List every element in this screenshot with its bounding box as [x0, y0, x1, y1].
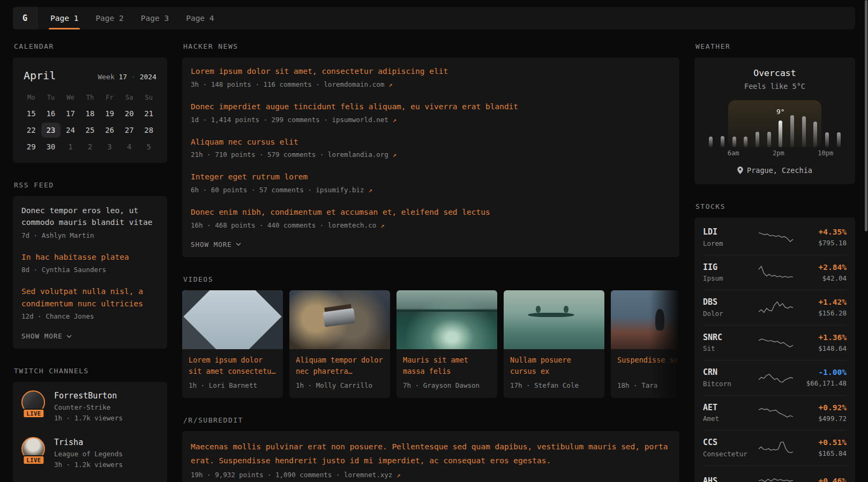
weather-bar — [767, 132, 771, 147]
live-badge: LIVE — [23, 455, 44, 465]
right-column: WEATHER Overcast Feels like 5°C 9° 6am2p… — [694, 42, 855, 482]
video-thumbnail[interactable] — [182, 290, 283, 349]
location-pin-icon — [737, 167, 743, 174]
center-column: HACKER NEWS Lorem ipsum dolor sit amet, … — [182, 42, 679, 482]
hackernews-item-title[interactable]: Donec enim nibh, condimentum et accumsan… — [191, 207, 671, 219]
weather-time-label: 10pm — [818, 149, 833, 157]
twitch-card: LIVEForrestBurtonCounter-Strike1h · 1.7k… — [13, 382, 167, 482]
rss-item-title[interactable]: In hac habitasse platea — [21, 251, 159, 263]
twitch-channel-row[interactable]: LIVEForrestBurtonCounter-Strike1h · 1.7k… — [21, 390, 159, 424]
scrollbar-thumb[interactable] — [865, 0, 867, 231]
subreddit-widget: /R/SUBREDDIT Maecenas mollis pulvinar er… — [182, 416, 679, 482]
stock-sparkline-wrap — [757, 369, 795, 386]
hackernews-widget: HACKER NEWS Lorem ipsum dolor sit amet, … — [182, 42, 679, 257]
calendar-week-number: 17 — [119, 73, 128, 81]
stocks-widget: STOCKS LDILorem+4.35%$795.18IIGIpsum+2.8… — [694, 202, 855, 482]
video-title[interactable]: Lorem ipsum dolor sit amet consectetu… — [189, 355, 276, 377]
stock-row-ccs[interactable]: CCSConsectetur+0.51%$165.84 — [703, 430, 847, 465]
video-card-body: Suspendisse sed diam18h · Tara — [611, 349, 679, 398]
stock-sparkline — [758, 299, 794, 316]
hackernews-item-title[interactable]: Aliquam nec cursus elit — [191, 137, 671, 148]
rss-show-more-button[interactable]: SHOW MORE — [21, 332, 72, 340]
external-link-icon[interactable]: ↗ — [392, 116, 396, 124]
video-card-body: Aliquam tempor dolor nec pharetra…1h · M… — [289, 349, 390, 398]
stock-symbol: LDI — [703, 227, 757, 238]
calendar-weekday: Th — [80, 91, 100, 104]
video-title[interactable]: Nullam posuere cursus ex — [510, 355, 598, 377]
weather-bar-cell — [833, 132, 844, 147]
rss-feed-item: In hac habitasse platea8d · Cynthia Saun… — [21, 251, 159, 275]
video-title[interactable]: Suspendisse sed diam — [617, 355, 679, 377]
hackernews-item-title[interactable]: Integer eget rutrum lorem — [191, 171, 671, 183]
twitch-channel-name[interactable]: ForrestBurton — [54, 390, 123, 402]
stock-name: Bitcorn — [703, 380, 757, 388]
video-card[interactable]: Nullam posuere cursus ex17h · Stefan Col… — [504, 290, 604, 398]
video-title[interactable]: Mauris sit amet massa felis — [403, 355, 491, 377]
video-card[interactable]: Mauris sit amet massa felis7h · Grayson … — [396, 290, 497, 398]
stock-row-crn[interactable]: CRNBitcorn-1.00%$66,171.48 — [703, 360, 847, 395]
app-logo[interactable]: G — [13, 7, 38, 29]
nav-tab-page-3[interactable]: Page 3 — [141, 7, 169, 29]
stock-sparkline-wrap — [757, 229, 795, 246]
stock-row-aet[interactable]: AETAmet+0.92%$499.72 — [703, 395, 847, 431]
calendar-day-26: 26 — [100, 123, 119, 138]
subreddit-post-title[interactable]: Maecenas mollis pulvinar erat non posuer… — [191, 440, 671, 468]
twitch-section-title: TWITCH CHANNELS — [14, 367, 167, 375]
video-thumbnail[interactable] — [504, 290, 604, 349]
weather-bar-cell — [717, 136, 729, 147]
weather-feels-like: Feels like 5°C — [703, 82, 847, 91]
nav-tab-page-2[interactable]: Page 2 — [95, 7, 123, 29]
calendar-day-5: 5 — [139, 139, 159, 154]
twitch-channel-row[interactable]: LIVETrishaLeague of Legends3h · 1.2k vie… — [21, 437, 159, 470]
video-meta: 18h · Tara — [617, 380, 679, 391]
nav-tab-page-4[interactable]: Page 4 — [186, 7, 214, 29]
calendar-day-21: 21 — [139, 106, 159, 121]
nav-tab-page-1[interactable]: Page 1 — [50, 7, 78, 29]
stock-id: SNRCSit — [703, 333, 757, 353]
external-link-icon[interactable]: ↗ — [380, 221, 385, 229]
top-navbar: G Page 1Page 2Page 3Page 4 — [13, 7, 855, 29]
video-card[interactable]: Aliquam tempor dolor nec pharetra…1h · M… — [289, 290, 390, 398]
stock-row-ahs[interactable]: AHS+0.46% — [703, 465, 847, 482]
video-thumbnail[interactable] — [396, 290, 497, 349]
stock-symbol: CRN — [703, 367, 757, 378]
stock-name: Consectetur — [703, 450, 757, 458]
hackernews-item: Donec imperdiet augue tincidunt felis al… — [191, 101, 671, 125]
external-link-icon[interactable]: ↗ — [392, 150, 396, 159]
hackernews-item: Integer eget rutrum lorem6h · 60 points … — [191, 171, 671, 195]
hackernews-item-title[interactable]: Donec imperdiet augue tincidunt felis al… — [191, 101, 671, 113]
rss-item-title[interactable]: Sed volutpat nulla nisl, a condimentum n… — [21, 285, 159, 310]
stock-row-dbs[interactable]: DBSDolor+1.42%$156.28 — [703, 290, 847, 325]
video-card[interactable]: Lorem ipsum dolor sit amet consectetu…1h… — [182, 290, 283, 398]
twitch-channel-name[interactable]: Trisha — [54, 437, 123, 449]
calendar-day-19: 19 — [100, 106, 119, 121]
hackernews-show-more-button[interactable]: SHOW MORE — [191, 240, 241, 248]
hackernews-show-more-label: SHOW MORE — [191, 240, 232, 248]
external-link-icon[interactable]: ↗ — [388, 80, 393, 88]
stock-change: -1.00% — [795, 367, 847, 378]
stock-sparkline — [758, 473, 794, 482]
external-link-icon[interactable]: ↗ — [396, 471, 401, 479]
stock-sparkline — [758, 334, 794, 351]
stock-row-ldi[interactable]: LDILorem+4.35%$795.18 — [703, 220, 847, 255]
stock-row-iig[interactable]: IIGIpsum+2.84%$42.04 — [703, 255, 847, 290]
video-thumbnail[interactable] — [611, 290, 679, 349]
stock-name: Dolor — [703, 310, 757, 318]
rss-item-title[interactable]: Donec tempor eros leo, ut commodo mauris… — [21, 205, 159, 229]
stock-id: CRNBitcorn — [703, 367, 757, 388]
external-link-icon[interactable]: ↗ — [368, 186, 372, 194]
stock-row-snrc[interactable]: SNRCSit+1.36%$148.64 — [703, 325, 847, 360]
hackernews-item-title[interactable]: Lorem ipsum dolor sit amet, consectetur … — [191, 66, 671, 78]
chevron-down-icon — [66, 335, 72, 338]
subreddit-post: Maecenas mollis pulvinar erat non posuer… — [191, 440, 671, 480]
subreddit-card: Maecenas mollis pulvinar erat non posuer… — [182, 431, 679, 482]
stock-price: $156.28 — [795, 309, 847, 317]
videos-row: Lorem ipsum dolor sit amet consectetu…1h… — [182, 290, 679, 398]
hackernews-item-meta: 21h · 710 points · 579 comments · loreml… — [191, 149, 671, 160]
video-card[interactable]: Suspendisse sed diam18h · Tara — [611, 290, 679, 398]
rss-item-meta: 12d · Chance Jones — [21, 311, 159, 322]
video-title[interactable]: Aliquam tempor dolor nec pharetra… — [296, 355, 384, 377]
weather-location-row: Prague, Czechia — [703, 166, 847, 175]
dashboard-grid: CALENDAR April Week 17 · 2024 MoTuWeThFr… — [13, 42, 855, 482]
video-thumbnail[interactable] — [289, 290, 390, 349]
